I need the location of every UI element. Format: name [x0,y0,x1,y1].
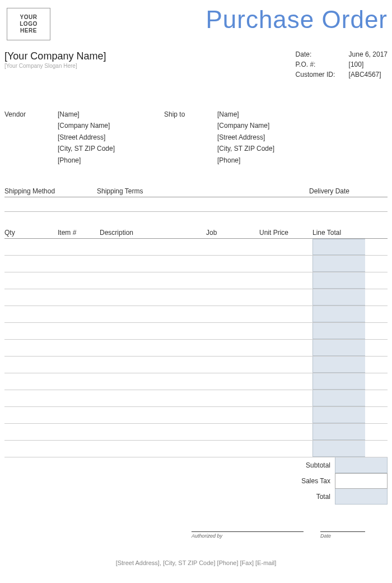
job-cell[interactable] [206,323,259,339]
item-cell[interactable] [58,390,100,406]
shipto-name: [Name] [217,109,324,120]
desc-cell[interactable] [100,272,206,289]
total-cell [335,489,388,505]
qty-cell[interactable] [4,357,58,373]
job-cell[interactable] [206,357,259,373]
shipto-street: [Street Address] [217,132,324,143]
job-cell[interactable] [206,441,259,457]
shipto-label: Ship to [164,109,217,166]
desc-cell[interactable] [100,289,206,306]
logo-text-2: HERE [20,27,37,34]
desc-cell[interactable] [100,390,206,406]
unit-cell[interactable] [259,239,312,255]
qty-cell[interactable] [4,239,58,255]
total-cell [312,340,365,356]
item-cell[interactable] [58,239,100,255]
total-cell [312,390,365,406]
shipto-city: [City, ST ZIP Code] [217,143,324,154]
description-header: Description [100,229,206,237]
unit-cell[interactable] [259,323,312,339]
qty-cell[interactable] [4,441,58,457]
item-cell[interactable] [58,340,100,356]
job-cell[interactable] [206,256,259,272]
table-row [4,424,388,441]
unit-cell[interactable] [259,256,312,272]
desc-cell[interactable] [100,373,206,390]
unit-cell[interactable] [259,357,312,373]
qty-cell[interactable] [4,373,58,390]
unit-cell[interactable] [259,424,312,440]
item-cell[interactable] [58,323,100,339]
vendor-name: [Name] [58,109,164,120]
job-cell[interactable] [206,407,259,423]
logo-text-1: YOUR LOGO [20,14,37,27]
qty-cell[interactable] [4,306,58,322]
date-value: June 6, 2017 [349,50,388,58]
table-row [4,272,388,289]
qty-cell[interactable] [4,323,58,339]
job-cell[interactable] [206,239,259,255]
qty-cell[interactable] [4,289,58,306]
table-row [4,373,388,390]
desc-cell[interactable] [100,323,206,339]
desc-cell[interactable] [100,340,206,356]
qty-cell[interactable] [4,424,58,440]
desc-cell[interactable] [100,239,206,255]
sales-tax-cell[interactable] [335,473,388,489]
vendor-label: Vendor [4,109,58,166]
delivery-date-cell[interactable] [309,197,388,211]
shipto-phone: [Phone] [217,155,324,166]
item-cell[interactable] [58,357,100,373]
customer-id-label: Customer ID: [296,71,349,78]
unit-cell[interactable] [259,373,312,390]
item-cell[interactable] [58,289,100,306]
unit-cell[interactable] [259,441,312,457]
job-cell[interactable] [206,424,259,440]
total-cell [312,272,365,289]
shipping-terms-cell[interactable] [97,197,309,211]
item-cell[interactable] [58,306,100,322]
subtotal-label: Subtotal [282,461,335,469]
desc-cell[interactable] [100,441,206,457]
item-cell[interactable] [58,272,100,289]
job-cell[interactable] [206,306,259,322]
qty-cell[interactable] [4,390,58,406]
unit-cell[interactable] [259,407,312,423]
date-label: Date: [296,50,349,58]
authorized-by-line: Authorized by [192,531,304,539]
desc-cell[interactable] [100,256,206,272]
item-cell[interactable] [58,407,100,423]
unit-cell[interactable] [259,272,312,289]
shipto-block: [Name] [Company Name] [Street Address] [… [217,109,324,166]
desc-cell[interactable] [100,306,206,322]
item-cell[interactable] [58,424,100,440]
job-cell[interactable] [206,390,259,406]
unit-cell[interactable] [259,289,312,306]
vendor-city: [City, ST ZIP Code] [58,143,164,154]
job-cell[interactable] [206,340,259,356]
item-cell[interactable] [58,441,100,457]
qty-cell[interactable] [4,340,58,356]
qty-cell[interactable] [4,407,58,423]
item-cell[interactable] [58,373,100,390]
item-number-header: Item # [58,229,100,237]
item-cell[interactable] [58,256,100,272]
job-cell[interactable] [206,289,259,306]
job-header: Job [206,229,259,237]
desc-cell[interactable] [100,357,206,373]
footer-contact: [Street Address], [City, ST ZIP Code] [P… [0,559,392,566]
job-cell[interactable] [206,373,259,390]
qty-cell[interactable] [4,256,58,272]
unit-cell[interactable] [259,340,312,356]
shipping-method-header: Shipping Method [4,187,97,195]
table-row [4,289,388,306]
qty-cell[interactable] [4,272,58,289]
desc-cell[interactable] [100,407,206,423]
desc-cell[interactable] [100,424,206,440]
unit-cell[interactable] [259,306,312,322]
signature-date-line: Date [320,531,365,539]
unit-cell[interactable] [259,390,312,406]
shipping-method-cell[interactable] [4,197,97,211]
job-cell[interactable] [206,272,259,289]
vendor-company: [Company Name] [58,120,164,131]
